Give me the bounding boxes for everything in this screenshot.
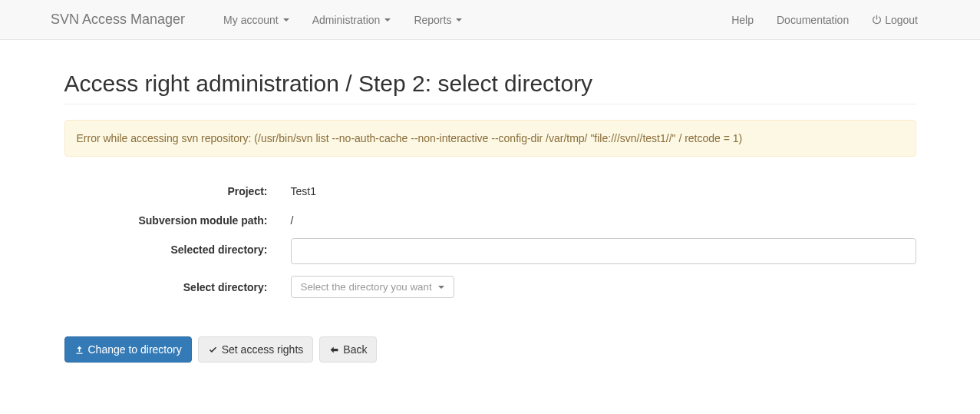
nav-administration-label: Administration xyxy=(312,14,381,26)
back-button[interactable]: Back xyxy=(319,336,377,363)
selected-directory-input[interactable] xyxy=(291,238,916,264)
nav-right: Help Documentation Logout xyxy=(720,2,929,38)
label-select-directory: Select directory: xyxy=(64,276,279,293)
nav-reports-label: Reports xyxy=(414,14,451,26)
value-module-path: / xyxy=(279,209,294,227)
row-select-directory: Select directory: Select the directory y… xyxy=(64,276,916,298)
page-header: Access right administration / Step 2: se… xyxy=(64,71,916,104)
change-button-label: Change to directory xyxy=(88,342,182,357)
main-container: Access right administration / Step 2: se… xyxy=(53,71,928,363)
nav-left: My account Administration Reports xyxy=(212,2,474,38)
button-row: Change to directory Set access rights Ba… xyxy=(64,336,916,363)
caret-icon xyxy=(456,18,462,22)
form: Project: Test1 Subversion module path: /… xyxy=(64,180,916,298)
nav-reports[interactable]: Reports xyxy=(402,2,474,38)
select-directory-dropdown[interactable]: Select the directory you want xyxy=(291,276,454,298)
upload-icon xyxy=(74,345,84,355)
nav-help[interactable]: Help xyxy=(720,2,765,38)
back-label: Back xyxy=(343,342,367,357)
nav-my-account-label: My account xyxy=(223,14,279,26)
change-to-directory-button[interactable]: Change to directory xyxy=(64,336,192,363)
caret-icon xyxy=(384,18,391,22)
nav-documentation[interactable]: Documentation xyxy=(765,2,860,38)
caret-icon xyxy=(283,18,289,22)
caret-icon xyxy=(438,286,444,289)
label-project: Project: xyxy=(64,180,279,197)
alert-error: Error while accessing svn repository: (/… xyxy=(64,120,916,157)
label-selected-directory: Selected directory: xyxy=(64,238,279,256)
nav-my-account[interactable]: My account xyxy=(212,2,301,38)
arrow-left-icon xyxy=(329,345,339,355)
nav-logout[interactable]: Logout xyxy=(860,2,929,38)
power-icon xyxy=(872,15,882,25)
row-selected-directory: Selected directory: xyxy=(64,238,916,264)
check-icon xyxy=(208,345,218,355)
row-module-path: Subversion module path: / xyxy=(64,209,916,227)
page-title: Access right administration / Step 2: se… xyxy=(64,71,916,97)
label-module-path: Subversion module path: xyxy=(64,209,279,227)
set-rights-label: Set access rights xyxy=(222,342,304,357)
set-access-rights-button[interactable]: Set access rights xyxy=(198,336,314,363)
nav-administration[interactable]: Administration xyxy=(301,2,403,38)
select-directory-placeholder: Select the directory you want xyxy=(301,281,432,293)
nav-logout-label: Logout xyxy=(885,14,918,26)
brand-link[interactable]: SVN Access Manager xyxy=(51,0,196,39)
value-project: Test1 xyxy=(279,180,316,197)
row-project: Project: Test1 xyxy=(64,180,916,197)
navbar: SVN Access Manager My account Administra… xyxy=(0,0,980,40)
